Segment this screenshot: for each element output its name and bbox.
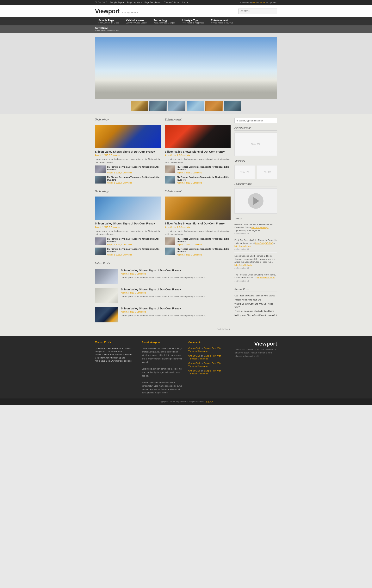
sub-nav-travel[interactable]: Travel News Travel News, Guides & Tips xyxy=(95,25,119,33)
section-col-tech-2: Technology Silicon Valley Shows Signs of… xyxy=(95,190,161,258)
footer-recent-link-2[interactable]: Images Add Life to Your Site xyxy=(95,350,137,353)
featured-video-label: Featured Video xyxy=(234,182,277,186)
footer-comment-author-1[interactable]: Orman Clark xyxy=(188,347,200,349)
content-main: Technology Silicon Valley Shows Signs of… xyxy=(95,118,231,326)
recent-posts-label: Recent Posts xyxy=(234,288,277,292)
latest-post-image-1 xyxy=(95,269,118,284)
twitter-label: Twitter xyxy=(234,217,277,221)
sponsor-box-1[interactable]: 125 x 125 xyxy=(234,165,255,179)
mini-post-image-e2a xyxy=(165,237,175,245)
hero-thumb-6[interactable] xyxy=(224,101,241,111)
nav-item-sample-page[interactable]: Sample PageFrom Around The Globe xyxy=(95,17,123,25)
sub-nav: Travel News Travel News, Guides & Tips xyxy=(0,25,372,33)
sidebar-featured-video: Featured Video xyxy=(234,182,277,214)
powered-by-link[interactable]: 点击购买 xyxy=(206,401,213,403)
topbar-sample-page[interactable]: Sample Page ▾ xyxy=(110,1,124,4)
topbar-page-templates[interactable]: Page Templates ▾ xyxy=(145,1,161,4)
latest-post-item-2: Silicon Valley Shows Signs of Dot-Com Fr… xyxy=(95,288,231,304)
footer-comment-author-2[interactable]: Orman Clark xyxy=(188,355,200,357)
hero-thumb-1[interactable] xyxy=(131,101,148,111)
featured-video-box[interactable] xyxy=(234,188,277,214)
recent-post-link-5[interactable]: Making Your Blog a Great Place to Hang O… xyxy=(234,313,277,317)
sidebar: Advertisement 300 x 250 Sponsors 125 x 1… xyxy=(234,118,277,326)
top-bar: 06 Dec 2015 Sample Page ▾ Page Layouts ▾… xyxy=(0,0,372,5)
mini-post-meta-e2b: August 2, 2015, 0 Comments xyxy=(177,254,231,256)
section-row-2: Technology Silicon Valley Shows Signs of… xyxy=(95,190,231,258)
footer-recent-link-1[interactable]: Use Prose to Put the Focus on Words xyxy=(95,347,137,350)
latest-post-title-2: Silicon Valley Shows Signs of Dot-Com Fr… xyxy=(121,288,231,291)
mini-post-tech-2a: Fly Fishers Serving as Transports for No… xyxy=(95,237,161,246)
mini-post-tech-2b: Fly Fishers Serving as Transports for No… xyxy=(95,248,161,256)
mini-post-image-2a xyxy=(95,237,106,245)
header-search-input[interactable] xyxy=(238,9,277,14)
twitter-date-1: on December 5th xyxy=(234,232,277,235)
mini-post-meta-e2a: August 2, 2015, 0 Comments xyxy=(177,243,231,246)
article-meta-tech-1: August 2, 2015, 0 Comments xyxy=(95,154,161,156)
back-to-top[interactable]: Back to Top ▲ xyxy=(95,326,231,332)
article-excerpt-ent-2: Lorem ipsum ex via illud nonummy, novum … xyxy=(165,230,231,236)
latest-post-image-2 xyxy=(95,288,118,304)
mini-post-ent-1b: Fly Fishers Serving as Transports for No… xyxy=(165,176,231,184)
hero-thumb-4[interactable] xyxy=(187,101,204,111)
rss-link[interactable]: RSS xyxy=(252,1,257,4)
sponsor-box-2[interactable]: 125 x 125 xyxy=(257,165,277,179)
recent-post-link-4[interactable]: 7 Tips for Capturing Short Attention Spa… xyxy=(234,309,277,313)
sidebar-twitter: Twitter Genesis Child Themes at Theme Ga… xyxy=(234,217,277,284)
twitter-item-4: The Rockstar Guide to Getting More Traff… xyxy=(234,273,277,284)
latest-post-meta-3: August 2, 2015, 0 Comments xyxy=(121,311,231,313)
footer-recent-posts-label: Recent Posts xyxy=(95,341,137,345)
nav-item-technology[interactable]: TechnologyApps, Internet & Gadgets xyxy=(150,17,179,25)
copyright-text: Copyright © 2015 Company name All rights… xyxy=(159,401,204,403)
topbar-theme-colors[interactable]: Theme Colors ▾ xyxy=(164,1,179,4)
twitter-link-3[interactable]: http://bit.ly/1aknds xyxy=(234,264,252,266)
site-title: Viewport xyxy=(95,8,120,15)
mini-post-image-e2b xyxy=(165,248,175,255)
email-link[interactable]: Email xyxy=(260,1,265,4)
nav-item-lifestyle[interactable]: Lifestyle TipsYour Health & Happiness xyxy=(179,17,207,25)
latest-post-title-3: Silicon Valley Shows Signs of Dot-Com Fr… xyxy=(121,307,231,310)
back-to-top-link[interactable]: Back to Top ▲ xyxy=(217,328,231,330)
footer-bottom: Copyright © 2015 Company name All rights… xyxy=(0,399,372,405)
twitter-item-3: Latest: Genesis Child Themes at Theme Ga… xyxy=(234,254,277,271)
recent-post-link-2[interactable]: Images Add Life to Your Site xyxy=(234,298,277,302)
mini-post-title-e2a: Fly Fishers Serving as Transports for No… xyxy=(177,237,231,243)
sidebar-search-input[interactable] xyxy=(234,118,277,123)
latest-posts-title: Latest Posts xyxy=(95,262,231,266)
latest-post-excerpt-3: Lorem ipsum ex via illud nonummy, novum … xyxy=(121,314,231,317)
article-image-ent-2 xyxy=(165,197,231,220)
twitter-link-2[interactable]: http://bit.ly/9GGiq0 xyxy=(255,242,273,244)
section-title-tech-2: Technology xyxy=(95,190,161,194)
recent-post-link-3[interactable]: What's a Framework and Why Do I Need One… xyxy=(234,302,277,309)
footer-comment-1: Orman Clark on Sample Post With Threaded… xyxy=(188,347,230,353)
footer-recent-posts: Recent Posts Use Prose to Put the Focus … xyxy=(95,341,137,395)
recent-post-link-1[interactable]: Use Prose to Put the Focus on Your Words xyxy=(234,294,277,298)
topbar-contact[interactable]: Contact xyxy=(182,1,190,4)
footer-recent-link-4[interactable]: 7 Tips for Short Attention Spans xyxy=(95,356,137,359)
section-col-ent-2: Entertainment Silicon Valley Shows Signs… xyxy=(165,190,231,258)
latest-post-image-3 xyxy=(95,307,118,322)
article-excerpt-ent-1: Lorem ipsum ex via illud nonummy, novum … xyxy=(165,158,231,164)
hero-thumb-2[interactable] xyxy=(149,101,167,111)
footer-comment-author-3[interactable]: Orman Clark xyxy=(188,362,200,364)
twitter-link-2b[interactable]: http://wpsuri.com/ xyxy=(234,245,251,247)
footer-comment-author-4[interactable]: Orman Clark xyxy=(188,369,200,372)
hero-thumb-5[interactable] xyxy=(205,101,223,111)
twitter-link-1[interactable]: http://bit.ly/dkX6jY xyxy=(251,226,269,229)
twitter-item-2: PhotoPro Genesis Child Theme by Creativi… xyxy=(234,239,277,252)
nav-item-entertainment[interactable]: EntertainmentMovies, Music & Reviews xyxy=(207,17,236,25)
footer-brand-text: Donec sed odio dui. Nulla vitae elit lib… xyxy=(235,348,277,358)
footer-recent-link-5[interactable]: Make Your Blog a Great Place to Hang xyxy=(95,359,137,362)
twitter-date-4: on December 5th xyxy=(234,280,277,283)
footer-comments-label: Comments xyxy=(188,341,230,345)
latest-post-meta-2: August 2, 2015, 0 Comments xyxy=(121,292,231,294)
twitter-date-3: on December 5th xyxy=(234,267,277,270)
hero-thumb-3[interactable] xyxy=(168,101,185,111)
site-branding: Viewport Your tagline here xyxy=(95,8,138,15)
twitter-link-4[interactable]: http://bit.ly/hCeFd9 xyxy=(257,276,275,279)
article-meta-tech-2: August 2, 2015, 0 Comments xyxy=(95,226,161,228)
nav-item-celebrity[interactable]: Celebrity NewsJuicy Hollywood Gossip xyxy=(123,17,150,25)
sidebar-advertisement: Advertisement 300 x 250 xyxy=(234,126,277,156)
topbar-page-layouts[interactable]: Page Layouts ▾ xyxy=(127,1,142,4)
mini-post-ent-2a: Fly Fishers Serving as Transports for No… xyxy=(165,237,231,246)
footer-recent-link-3[interactable]: What's a WordPress theme Framework? xyxy=(95,353,137,356)
